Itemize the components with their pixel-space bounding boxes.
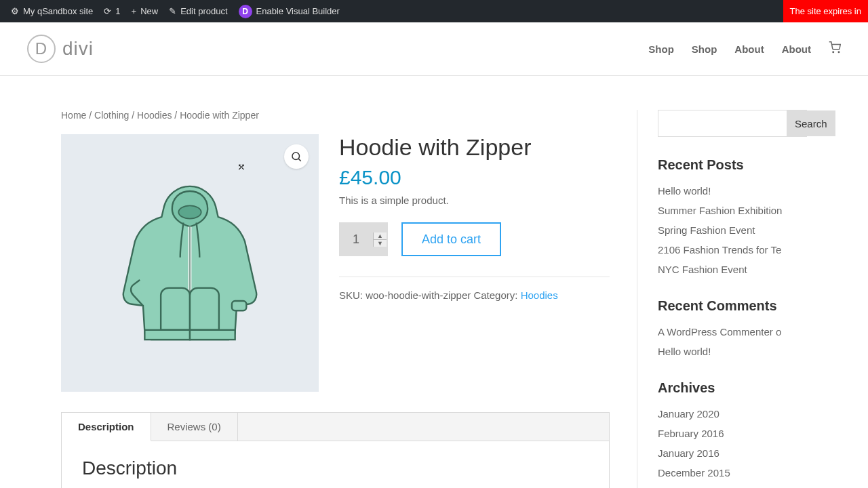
archives-title: Archives (658, 380, 807, 396)
list-item[interactable]: NYC Fashion Event (658, 260, 807, 279)
description-heading: Description (82, 458, 589, 479)
svg-point-1 (838, 52, 840, 53)
svg-rect-8 (144, 330, 190, 340)
recent-comments-list: A WordPress Commenter o Hello world! (658, 322, 807, 361)
archives-list: January 2020 February 2016 January 2016 … (658, 404, 807, 488)
search-widget: Search (658, 110, 807, 137)
list-item[interactable]: December 2015 (658, 463, 807, 483)
site-logo[interactable]: D divi (27, 35, 94, 63)
tab-description[interactable]: Description (62, 413, 151, 441)
list-item[interactable]: Summer Fashion Exhibition (658, 201, 807, 220)
breadcrumb-hoodies[interactable]: Hoodies (137, 110, 172, 121)
qty-up[interactable]: ▲ (374, 232, 387, 240)
list-item[interactable]: November 2015 (658, 483, 807, 488)
hoodie-illustration (108, 178, 271, 348)
cat-label: Category: (471, 289, 520, 301)
nav-shop-1[interactable]: Shop (648, 43, 674, 55)
admin-site-name: My qSandbox site (23, 6, 93, 16)
product-tabs: Description Reviews (0) Description (61, 412, 610, 488)
pencil-icon: ✎ (169, 6, 176, 16)
product-short-desc: This is a simple product. (339, 195, 610, 206)
list-item[interactable]: January 2020 (658, 404, 807, 424)
admin-site-link[interactable]: ⚙ My qSandbox site (5, 0, 98, 22)
tab-panel-description: Description (62, 441, 609, 488)
list-item[interactable]: Hello world! (658, 181, 807, 201)
quantity-stepper[interactable]: ▲ ▼ (339, 222, 388, 256)
product-meta: SKU: woo-hoodie-with-zipper Category: Ho… (339, 277, 610, 301)
list-item[interactable]: Spring Fashion Event (658, 220, 807, 240)
svg-point-4 (178, 205, 201, 218)
svg-rect-7 (232, 301, 246, 310)
add-to-cart-button[interactable]: Add to cart (401, 222, 501, 256)
svg-point-0 (833, 52, 834, 53)
sku-label: SKU: (339, 289, 366, 301)
expire-notice-text: The site expires in (790, 6, 862, 16)
nav-shop-2[interactable]: Shop (692, 43, 717, 55)
search-button[interactable]: Search (787, 110, 835, 136)
refresh-icon: ⟳ (104, 6, 111, 16)
admin-edit-label: Edit product (180, 6, 227, 16)
breadcrumb-clothing[interactable]: Clothing (94, 110, 129, 121)
list-item[interactable]: 2106 Fashion Trends for Te (658, 240, 807, 260)
tab-reviews[interactable]: Reviews (0) (151, 413, 238, 441)
nav-about-2[interactable]: About (782, 43, 811, 55)
divi-icon: D (239, 5, 252, 18)
quantity-input[interactable] (339, 222, 373, 256)
plus-icon: + (132, 6, 137, 16)
main-content: Home / Clothing / Hoodies / Hoodie with … (61, 110, 637, 488)
sku-value: woo-hoodie-with-zipper (366, 289, 471, 301)
nav-about-1[interactable]: About (734, 43, 764, 55)
admin-edit-product[interactable]: ✎ Edit product (163, 0, 233, 22)
sidebar: Search Recent Posts Hello world! Summer … (658, 110, 807, 488)
qty-down[interactable]: ▼ (374, 240, 387, 247)
breadcrumb-home[interactable]: Home (61, 110, 86, 121)
recent-posts-title: Recent Posts (658, 157, 807, 173)
category-link[interactable]: Hoodies (521, 289, 558, 301)
search-input[interactable] (658, 110, 787, 136)
svg-rect-9 (190, 330, 235, 340)
list-item[interactable]: February 2016 (658, 424, 807, 443)
list-item[interactable]: Hello world! (658, 342, 807, 361)
admin-new-label: New (140, 6, 158, 16)
product-title: Hoodie with Zipper (339, 134, 610, 161)
wp-admin-bar: ⚙ My qSandbox site ⟳ 1 + New ✎ Edit prod… (0, 0, 868, 22)
logo-mark: D (27, 35, 56, 63)
product-image[interactable]: ⤱ (61, 134, 319, 392)
main-nav: Shop Shop About About (648, 41, 841, 56)
recent-posts-list: Hello world! Summer Fashion Exhibition S… (658, 181, 807, 279)
admin-new[interactable]: + New (126, 0, 164, 22)
recent-comments-title: Recent Comments (658, 298, 807, 314)
svg-line-3 (298, 159, 300, 161)
cart-icon[interactable] (829, 41, 841, 56)
cursor-pointer-icon: ⤱ (237, 161, 245, 172)
admin-updates-count: 1 (115, 6, 120, 16)
logo-text: divi (62, 38, 94, 60)
breadcrumb-current: Hoodie with Zipper (180, 110, 259, 121)
admin-visual-builder[interactable]: D Enable Visual Builder (233, 0, 345, 22)
svg-point-2 (292, 152, 300, 160)
magnifier-icon (290, 150, 302, 163)
admin-updates[interactable]: ⟳ 1 (98, 0, 125, 22)
site-header: D divi Shop Shop About About (0, 22, 868, 76)
wordpress-icon: ⚙ (11, 6, 19, 16)
expire-notice[interactable]: The site expires in (783, 0, 869, 22)
zoom-button[interactable] (284, 144, 309, 169)
list-item[interactable]: January 2016 (658, 443, 807, 463)
list-item[interactable]: A WordPress Commenter o (658, 322, 807, 342)
admin-vb-label: Enable Visual Builder (256, 6, 340, 16)
breadcrumb: Home / Clothing / Hoodies / Hoodie with … (61, 110, 610, 121)
product-price: £45.00 (339, 166, 610, 189)
